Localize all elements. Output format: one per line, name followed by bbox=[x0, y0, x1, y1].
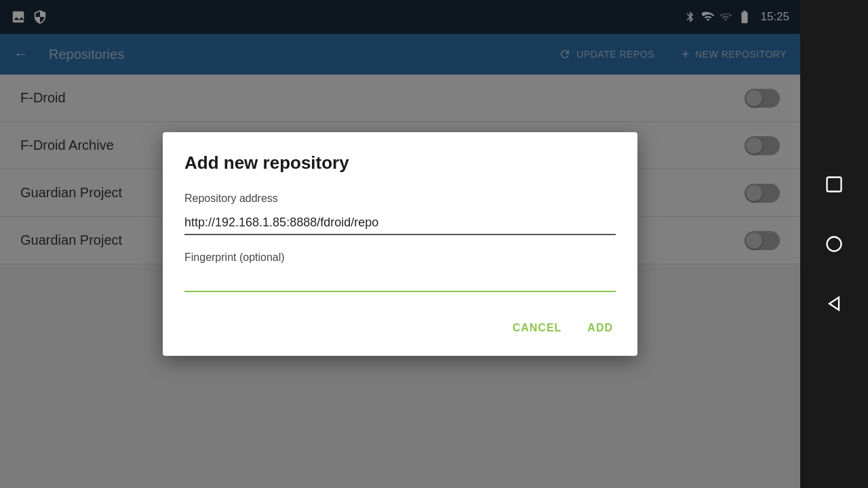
add-repository-dialog: Add new repository Repository address Fi… bbox=[163, 132, 637, 356]
circle-icon bbox=[825, 235, 844, 253]
fingerprint-label: Fingerprint (optional) bbox=[184, 251, 616, 264]
dialog-overlay: Add new repository Repository address Fi… bbox=[0, 0, 800, 488]
nav-bar bbox=[800, 0, 868, 488]
fingerprint-input[interactable] bbox=[184, 270, 616, 292]
back-nav-button[interactable] bbox=[825, 294, 844, 313]
cancel-button[interactable]: CANCEL bbox=[510, 317, 565, 340]
add-button[interactable]: ADD bbox=[585, 317, 616, 340]
svg-rect-0 bbox=[827, 178, 842, 192]
recent-apps-button[interactable] bbox=[825, 175, 844, 194]
svg-marker-2 bbox=[829, 298, 839, 310]
home-button[interactable] bbox=[825, 235, 844, 253]
svg-point-1 bbox=[827, 237, 842, 251]
dialog-title: Add new repository bbox=[184, 152, 616, 174]
repo-address-label: Repository address bbox=[184, 192, 616, 205]
dialog-actions: CANCEL ADD bbox=[184, 317, 616, 340]
repo-address-input[interactable] bbox=[184, 211, 616, 235]
back-triangle-icon bbox=[825, 294, 844, 313]
square-icon bbox=[825, 175, 844, 194]
